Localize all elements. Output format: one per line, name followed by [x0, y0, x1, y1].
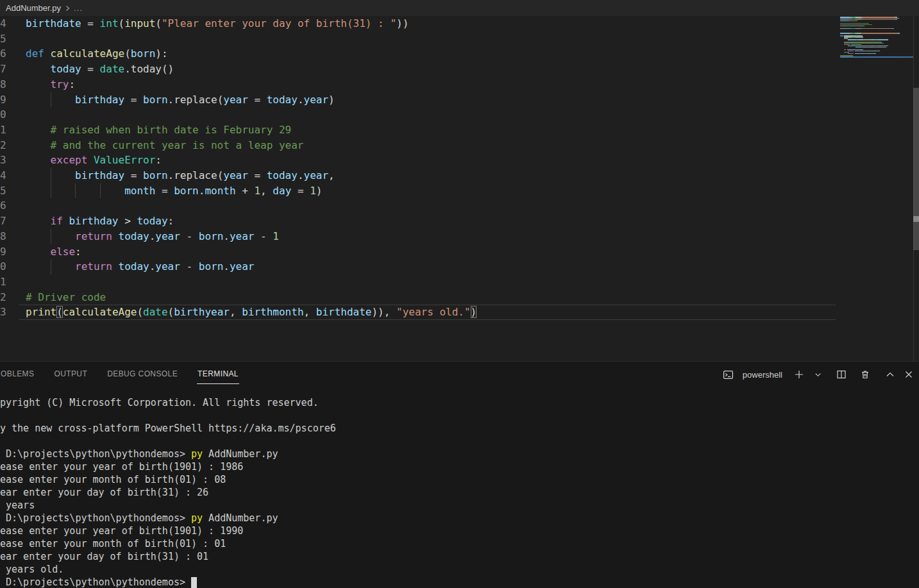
line-number[interactable]: 9	[0, 244, 8, 260]
tab-output[interactable]: OUTPUT	[53, 365, 88, 383]
maximize-panel-button[interactable]	[883, 367, 897, 382]
line-number[interactable]: 8	[0, 229, 8, 244]
code-token: except	[51, 154, 88, 166]
minimap[interactable]	[840, 17, 913, 63]
code-line[interactable]: 6def calculateAge(born):	[0, 46, 919, 62]
code-line[interactable]: 1 # raised when birth date is February 2…	[0, 122, 919, 138]
code-token: birthday	[69, 215, 118, 227]
terminal-text: AddNumber.py	[203, 512, 278, 524]
minimap-line	[840, 47, 886, 48]
code-token: 1	[273, 230, 279, 242]
tab-problems[interactable]: OBLEMS	[0, 365, 35, 383]
code-line[interactable]: 3print(calculateAge(date(birthyear, birt…	[0, 305, 919, 320]
terminal-text: years old.	[0, 564, 63, 575]
code-line[interactable]: 9 else:	[0, 244, 919, 260]
code-token: :	[155, 154, 162, 166]
line-number[interactable]: 1	[0, 122, 8, 138]
line-number[interactable]: 5	[0, 31, 8, 47]
code-line[interactable]: 7 if birthday > today:	[0, 214, 919, 229]
line-number[interactable]: 4	[0, 168, 8, 183]
code-token: .replace(	[168, 169, 224, 181]
code-line[interactable]: 6	[0, 198, 919, 214]
code-line[interactable]: 4birthdate = int(input("Plear enter your…	[0, 16, 919, 31]
line-number[interactable]: 7	[0, 214, 8, 229]
terminal-command-text: py	[191, 448, 203, 460]
code-line[interactable]: 2# Driver code	[0, 290, 919, 305]
code-token: year	[155, 260, 180, 273]
code-token: day	[273, 185, 291, 197]
line-number[interactable]: 5	[0, 183, 8, 199]
terminal-text: years	[0, 500, 35, 511]
code-token: )	[471, 306, 477, 318]
new-terminal-button[interactable]	[792, 367, 806, 382]
tab-terminal[interactable]: TERMINAL	[197, 365, 239, 384]
code-line[interactable]: 3 except ValueError:	[0, 153, 919, 168]
code-text: # raised when birth date is February 29	[26, 122, 291, 138]
code-text: return today.year - born.year - 1	[26, 229, 279, 244]
code-text: if birthday > today:	[26, 214, 174, 229]
code-token: print	[26, 306, 56, 318]
line-number[interactable]: 2	[0, 290, 8, 305]
code-line[interactable]: 9 birthday = born.replace(year = today.y…	[0, 92, 919, 108]
shell-selector[interactable]: powershell	[743, 370, 782, 380]
close-panel-button[interactable]	[902, 367, 916, 382]
minimap-current-line	[840, 56, 913, 58]
code-text: return today.year - born.year	[26, 259, 254, 274]
line-number[interactable]: 8	[0, 77, 8, 92]
line-number[interactable]: 3	[0, 305, 8, 320]
code-token: =	[124, 169, 143, 181]
code-line[interactable]: 4 birthday = born.replace(year = today.y…	[0, 168, 919, 183]
code-line[interactable]: 8 try:	[0, 77, 919, 92]
code-line[interactable]: 2 # and the current year is not a leap y…	[0, 138, 919, 153]
line-number[interactable]: 9	[0, 92, 8, 108]
code-line[interactable]: 0	[0, 107, 919, 122]
terminal-line: ease enter your year of birth(1901) : 19…	[0, 460, 243, 473]
code-token: else	[51, 246, 76, 258]
terminal-line: ease enter your month of birth(01) : 08	[0, 473, 226, 486]
tab-debug-console[interactable]: DEBUG CONSOLE	[106, 365, 178, 383]
code-line[interactable]: 8 return today.year - born.year - 1	[0, 229, 919, 244]
terminal-command-text: py	[191, 512, 203, 524]
code-token: =	[248, 169, 267, 181]
minimap-line	[840, 28, 894, 29]
line-number[interactable]: 6	[0, 198, 8, 214]
code-token	[26, 63, 51, 75]
terminal-output[interactable]: pyright (C) Microsoft Corporation. All r…	[0, 396, 919, 588]
terminal-text: ease enter your year of birth(1901) : 19…	[0, 525, 243, 537]
code-token: born	[131, 47, 156, 60]
line-number[interactable]: 1	[0, 274, 8, 290]
code-token: int	[100, 17, 119, 29]
line-number[interactable]: 0	[0, 259, 8, 274]
line-number[interactable]: 4	[0, 16, 8, 31]
editor-scrollbar[interactable]	[913, 88, 919, 250]
breadcrumb-file[interactable]: AddNumber.py	[6, 3, 61, 13]
code-token	[44, 47, 51, 60]
code-line[interactable]: 5	[0, 31, 919, 47]
code-token: return	[75, 260, 112, 273]
code-line[interactable]: 1	[0, 274, 919, 290]
code-line[interactable]: 5 month = born.month + 1, day = 1)	[0, 183, 919, 199]
split-terminal-button[interactable]	[834, 367, 848, 382]
code-token	[26, 78, 51, 90]
code-line[interactable]: 0 return today.year - born.year	[0, 259, 919, 274]
kill-terminal-button[interactable]	[858, 367, 872, 382]
terminal-icon	[721, 367, 736, 382]
code-token: year	[230, 260, 255, 273]
code-token: born	[174, 185, 199, 197]
line-number[interactable]: 3	[0, 153, 8, 168]
code-token: birthyear	[174, 306, 230, 318]
code-token: =	[81, 63, 100, 75]
code-editor[interactable]: 4birthdate = int(input("Plear enter your…	[0, 16, 919, 361]
line-number[interactable]: 2	[0, 138, 8, 153]
breadcrumb-symbols[interactable]: ...	[74, 3, 83, 13]
code-token: today	[267, 94, 298, 106]
line-number[interactable]: 0	[0, 107, 8, 122]
line-number[interactable]: 7	[0, 62, 8, 77]
code-token: =	[81, 17, 100, 29]
terminal-dropdown-chevron-icon[interactable]	[811, 367, 825, 382]
code-token	[26, 246, 51, 258]
code-token: .	[149, 260, 156, 273]
minimap-line	[840, 26, 864, 27]
code-line[interactable]: 7 today = date.today()	[0, 62, 919, 77]
line-number[interactable]: 6	[0, 46, 8, 62]
